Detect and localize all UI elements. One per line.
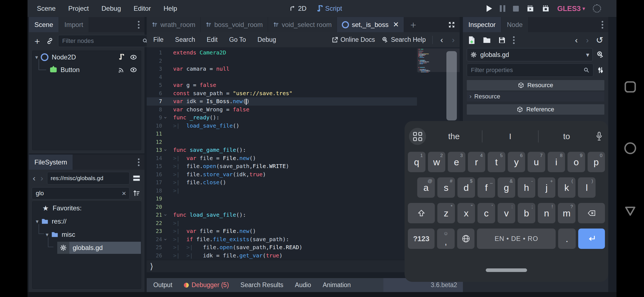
tab-scene[interactable]: Scene	[29, 17, 59, 32]
fold-arrow-icon[interactable]: ›	[161, 148, 170, 152]
script-history-back[interactable]: ‹	[439, 35, 444, 45]
code-line-21[interactable]: 21›func load_save_file():	[147, 211, 417, 219]
tree-row-node2d[interactable]: ▾ Node2D	[32, 51, 141, 64]
new-resource-icon[interactable]	[468, 36, 476, 44]
category-resource[interactable]: Resource	[467, 80, 604, 90]
key-globe[interactable]	[457, 229, 475, 249]
chevron-right-icon[interactable]: ⟩	[150, 262, 153, 271]
category-reference[interactable]: Reference	[467, 104, 604, 115]
vertical-scrollbar[interactable]	[446, 51, 457, 120]
eye-icon[interactable]	[130, 54, 137, 61]
tab-wrath-room[interactable]: wrath_room	[147, 17, 201, 32]
key-p[interactable]: p0	[588, 152, 605, 172]
code-line-6[interactable]: 6const save_path = "user://save.tres"	[147, 89, 417, 98]
tree-row-button[interactable]: Button	[32, 64, 141, 76]
key-m[interactable]: m?	[558, 203, 575, 223]
search-help-button[interactable]: Search Help	[381, 36, 426, 43]
suggestion-2[interactable]: I	[482, 132, 538, 141]
script-icon[interactable]	[118, 54, 125, 61]
collapse-caret-icon[interactable]: ▾	[36, 218, 39, 225]
sort-files-icon[interactable]	[132, 189, 141, 197]
code-line-10[interactable]: 10>| load_save_file()	[147, 122, 417, 130]
bottom-tab-audio[interactable]: Audio	[295, 281, 311, 289]
close-tab-icon[interactable]: ✕	[393, 20, 399, 29]
filter-nodes-input[interactable]	[62, 37, 142, 45]
online-docs-button[interactable]: Online Docs	[332, 36, 375, 43]
key-v[interactable]: v:	[498, 203, 515, 223]
code-line-19[interactable]: 19	[147, 195, 417, 203]
key-w[interactable]: w2	[428, 152, 446, 172]
menu-edit[interactable]: Edit	[207, 36, 218, 43]
key-shift[interactable]	[408, 203, 435, 223]
script-history-forward[interactable]: ›	[451, 35, 456, 45]
bottom-tab-animation[interactable]: Animation	[323, 281, 351, 289]
code-line-26[interactable]: 26>| >| idk = file.get_var(true)	[147, 252, 417, 260]
keyboard-grid-icon[interactable]	[409, 128, 426, 145]
key-x[interactable]: x"	[457, 203, 475, 223]
inspector-history-forward[interactable]: ›	[585, 35, 590, 45]
bottom-tab-search-results[interactable]: Search Results	[241, 281, 283, 289]
fold-arrow-icon[interactable]: ›	[161, 116, 170, 119]
menu-editor[interactable]: Editor	[134, 5, 151, 12]
key-period[interactable]: .	[558, 229, 576, 249]
key-c[interactable]: c'	[477, 203, 495, 223]
play-custom-scene-button[interactable]	[542, 5, 550, 12]
tab-boss-void-room[interactable]: boss_void_room	[201, 17, 268, 32]
key-a[interactable]: a@	[417, 177, 435, 198]
fs-row-favorites[interactable]: ★ Favorites:	[32, 202, 141, 215]
key-y[interactable]: y6	[508, 152, 525, 172]
resource-extra-menu-icon[interactable]	[513, 39, 515, 41]
suggestion-3[interactable]: to	[539, 132, 594, 141]
menu-file[interactable]: File	[153, 36, 163, 43]
renderer-dropdown[interactable]: GLES3 ▾	[557, 4, 585, 13]
collapse-caret-icon[interactable]: ▾	[46, 231, 48, 238]
menu-goto[interactable]: Go To	[229, 36, 246, 43]
clear-search-icon[interactable]: ×	[122, 189, 126, 198]
play-scene-button[interactable]	[526, 5, 534, 12]
back-button[interactable]	[624, 204, 637, 217]
code-line-17[interactable]: 17>| file.close()	[147, 178, 417, 187]
code-line-4[interactable]: 4	[147, 73, 417, 81]
key-o[interactable]: o9	[567, 152, 585, 172]
code-line-15[interactable]: 15>| file.open(save_path,File.WRITE)	[147, 162, 417, 170]
tab-inspector[interactable]: Inspector	[463, 17, 501, 32]
key-n[interactable]: n!	[538, 203, 555, 223]
open-docs-icon[interactable]	[596, 51, 604, 59]
suggestion-1[interactable]: the	[426, 132, 482, 141]
fold-arrow-icon[interactable]: ›	[161, 238, 170, 241]
code-line-16[interactable]: 16>| file.store_var(idk,true)	[147, 170, 417, 179]
keyboard-handle[interactable]	[486, 268, 527, 272]
key-t[interactable]: t5	[488, 152, 505, 172]
tab-set-is-boss[interactable]: set,_is_boss ✕	[337, 17, 404, 32]
tab-import[interactable]: Import	[59, 17, 89, 32]
key-b[interactable]: b;	[518, 203, 535, 223]
pause-button[interactable]	[500, 5, 505, 12]
code-line-22[interactable]: 22>|	[147, 219, 417, 227]
play-button[interactable]	[487, 5, 492, 12]
code-line-18[interactable]: 18>|	[147, 187, 417, 195]
menu-debug[interactable]: Debug	[102, 5, 121, 12]
signal-icon[interactable]	[118, 66, 125, 73]
key-i[interactable]: i8	[548, 152, 565, 172]
code-line-12[interactable]: 12	[147, 138, 417, 146]
code-line-25[interactable]: 25>| >| file.open(save_path,File.READ)	[147, 243, 417, 252]
code-line-13[interactable]: 13›func save_game_file():	[147, 146, 417, 154]
home-button[interactable]	[624, 142, 637, 155]
key-s[interactable]: s#	[437, 177, 455, 198]
key-z[interactable]: z*	[437, 203, 455, 223]
code-line-20[interactable]: 20	[147, 203, 417, 211]
code-line-7[interactable]: 7var idk = Is_Boss.new()	[147, 97, 417, 106]
fs-row-res[interactable]: ▾ res://	[32, 215, 141, 228]
inspector-menu-icon[interactable]	[602, 24, 603, 26]
key-q[interactable]: q1	[408, 152, 425, 172]
code-line-9[interactable]: 9›func _ready():	[147, 114, 417, 122]
inspector-history-back[interactable]: ‹	[574, 35, 579, 45]
code-line-23[interactable]: 23>| var file = File.new()	[147, 227, 417, 235]
section-resource-row[interactable]: › Resource	[467, 92, 604, 101]
mode-2d-button[interactable]: 2D	[289, 5, 307, 12]
key-g[interactable]: g&	[498, 177, 515, 198]
menu-project[interactable]: Project	[68, 5, 89, 12]
tab-node[interactable]: Node	[501, 17, 528, 32]
key-j[interactable]: j+	[538, 177, 555, 198]
key-symbols[interactable]: ?123	[408, 229, 435, 249]
